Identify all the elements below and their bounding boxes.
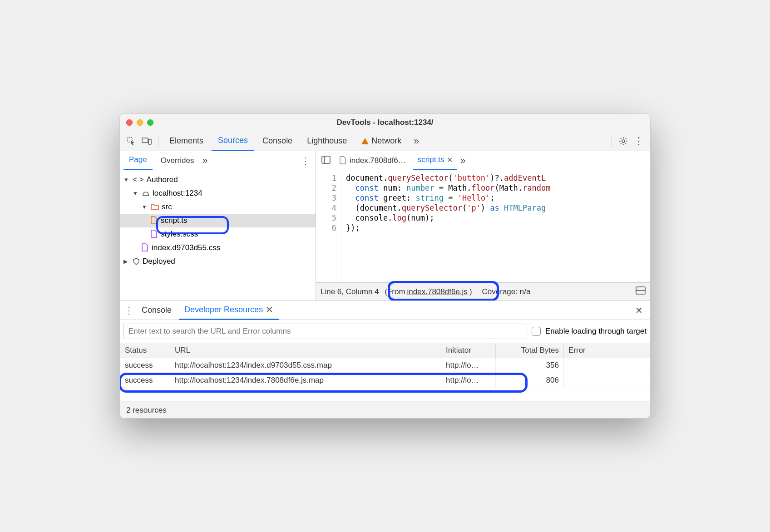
code-editor[interactable]: 123456 document.querySelector('button')?…: [316, 170, 650, 282]
editor-pane: index.7808df6… script.ts ✕ 123456 docume…: [316, 151, 650, 300]
drawer-tabbar: ⋮ Console Developer Resources ✕ ✕: [120, 301, 650, 320]
toggle-navigator-icon[interactable]: [320, 156, 332, 166]
svg-rect-2: [148, 139, 151, 144]
settings-icon[interactable]: [617, 134, 630, 148]
devtools-window: DevTools - localhost:1234/ Elements Sour…: [119, 113, 651, 419]
col-status[interactable]: Status: [120, 343, 170, 358]
navigator-tabs: Page Overrides ⋮: [120, 151, 316, 170]
navigator-more-tabs-icon[interactable]: [202, 155, 207, 167]
navigator-tab-overrides[interactable]: Overrides: [155, 151, 200, 170]
tree-host[interactable]: ▼ localhost:1234: [120, 187, 316, 200]
more-tabs-icon[interactable]: [410, 134, 423, 148]
col-total-bytes[interactable]: Total Bytes: [496, 343, 564, 358]
navigator-tab-page[interactable]: Page: [123, 151, 153, 170]
maximize-window-button[interactable]: [147, 119, 153, 126]
col-error[interactable]: Error: [564, 343, 650, 358]
drawer-footer: 2 resources: [120, 402, 650, 418]
close-tab-icon[interactable]: ✕: [447, 156, 453, 164]
cursor-position: Line 6, Column 4: [321, 287, 379, 296]
line-gutter: 123456: [316, 170, 341, 282]
resources-table-wrap: Status URL Initiator Total Bytes Error s…: [120, 343, 650, 402]
tree-folder-src[interactable]: ▼ src: [120, 200, 316, 214]
window-title: DevTools - localhost:1234/: [120, 118, 650, 127]
pretty-print-icon[interactable]: [636, 286, 646, 297]
drawer-tab-console[interactable]: Console: [136, 301, 177, 320]
tree-file-styles-scss[interactable]: styles.scss: [120, 227, 316, 241]
enable-loading-checkbox[interactable]: [532, 327, 541, 336]
device-toolbar-icon[interactable]: [140, 134, 153, 148]
enable-loading-label: Enable loading through target: [545, 327, 647, 336]
sourcemap-link[interactable]: index.7808df6e.js: [407, 287, 468, 296]
drawer-tab-developer-resources[interactable]: Developer Resources ✕: [179, 301, 279, 320]
close-window-button[interactable]: [126, 119, 133, 126]
inspect-element-icon[interactable]: [124, 134, 138, 148]
coverage-status: Coverage: n/a: [482, 287, 531, 296]
kebab-menu-icon[interactable]: ⋮: [632, 134, 646, 148]
drawer-menu-icon[interactable]: ⋮: [123, 305, 134, 316]
editor-tabbar: index.7808df6… script.ts ✕: [316, 151, 650, 170]
tab-lighthouse[interactable]: Lighthouse: [301, 131, 353, 151]
minimize-window-button[interactable]: [137, 119, 143, 126]
tree-file-index-css[interactable]: index.d9703d55.css: [120, 241, 316, 255]
tree-group-authored[interactable]: ▼ < > Authored: [120, 173, 316, 187]
window-controls: [120, 119, 153, 126]
tab-network[interactable]: Network: [355, 131, 408, 151]
tree-group-deployed[interactable]: ▶ Deployed: [120, 255, 316, 268]
search-input[interactable]: [123, 324, 527, 339]
navigator-pane: Page Overrides ⋮ ▼ < > Authored ▼ localh…: [120, 151, 316, 300]
table-row[interactable]: successhttp://localhost:1234/index.7808d…: [120, 373, 650, 388]
file-tab-index-js[interactable]: index.7808df6…: [335, 151, 410, 170]
tab-console[interactable]: Console: [256, 131, 299, 151]
svg-rect-4: [322, 156, 330, 163]
resources-table: Status URL Initiator Total Bytes Error s…: [120, 343, 650, 402]
close-drawer-tab-icon[interactable]: ✕: [266, 304, 273, 315]
warning-icon: [361, 138, 369, 144]
col-initiator[interactable]: Initiator: [441, 343, 496, 358]
table-row[interactable]: successhttp://localhost:1234/index.d9703…: [120, 358, 650, 373]
tree-file-script-ts[interactable]: script.ts: [120, 214, 316, 227]
file-tab-script-ts[interactable]: script.ts ✕: [413, 151, 458, 170]
file-tree: ▼ < > Authored ▼ localhost:1234 ▼ src sc…: [120, 170, 316, 271]
titlebar: DevTools - localhost:1234/: [120, 114, 650, 131]
tab-elements[interactable]: Elements: [163, 131, 210, 151]
editor-statusbar: Line 6, Column 4 (From index.7808df6e.js…: [316, 282, 650, 300]
tab-sources[interactable]: Sources: [212, 131, 254, 151]
col-url[interactable]: URL: [170, 343, 441, 358]
editor-more-tabs-icon[interactable]: [460, 155, 465, 167]
svg-rect-1: [142, 138, 148, 143]
resource-search-row: Enable loading through target: [120, 320, 650, 343]
code-content: document.querySelector('button')?.addEve…: [341, 170, 550, 282]
navigator-menu-icon[interactable]: ⋮: [299, 155, 312, 166]
svg-point-3: [622, 140, 625, 143]
close-drawer-icon[interactable]: ✕: [632, 305, 647, 316]
main-toolbar: Elements Sources Console Lighthouse Netw…: [120, 131, 650, 151]
